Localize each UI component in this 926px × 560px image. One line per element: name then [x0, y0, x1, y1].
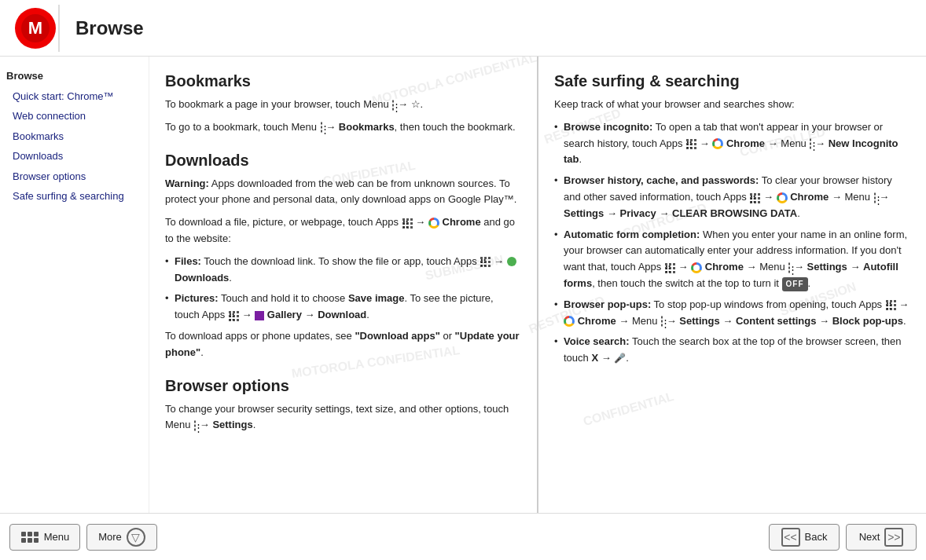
- back-label: Back: [805, 531, 828, 543]
- apps-icon: ⠿: [402, 218, 413, 229]
- toggle-off: OFF: [782, 277, 808, 291]
- chrome-icon4: [691, 262, 702, 273]
- downloads-bullet-files: Files: Touch the download link. To show …: [165, 254, 521, 287]
- more-button[interactable]: More ▽: [86, 524, 157, 551]
- svg-text:M: M: [28, 18, 42, 38]
- next-icon: >>: [884, 528, 903, 547]
- apps-icon3: ⠿: [228, 310, 239, 321]
- back-button[interactable]: << Back: [769, 524, 840, 551]
- sidebar-item-safe-surfing[interactable]: Safe surfing & searching: [0, 186, 149, 207]
- safe-surfing-bullet-incognito: Browse incognito: To open a tab that won…: [554, 119, 910, 168]
- main-area: Browse Quick start: Chrome™ Web connecti…: [0, 57, 926, 513]
- apps-icon4: ⠿: [685, 138, 696, 149]
- right-column: Safe surfing & searching Keep track of w…: [538, 57, 926, 513]
- bookmarks-title: Bookmarks: [165, 72, 521, 90]
- sidebar: Browse Quick start: Chrome™ Web connecti…: [0, 57, 149, 513]
- header: M Browse: [0, 0, 926, 57]
- page-title: Browse: [75, 17, 144, 39]
- chrome-icon: [428, 218, 439, 229]
- mic-icon: 🎤: [614, 351, 626, 366]
- next-button[interactable]: Next >>: [846, 524, 917, 551]
- more-label: More: [98, 531, 122, 543]
- chrome-icon3: [777, 192, 788, 203]
- menu-dots-icon3: ⋮: [193, 420, 197, 431]
- downloads-para1: To download a file, picture, or webpage,…: [165, 214, 521, 247]
- menu-dots-icon4: ⋮: [809, 138, 812, 149]
- gallery-icon: [255, 311, 264, 320]
- safe-surfing-bullet-history: Browser history, cache, and passwords: T…: [554, 173, 910, 221]
- bookmarks-para2: To go to a bookmark, touch Menu ⋮ → Book…: [165, 119, 521, 136]
- safe-surfing-intro: Keep track of what your browser and sear…: [554, 97, 910, 113]
- bookmarks-para1: To bookmark a page in your browser, touc…: [165, 97, 521, 113]
- menu-dots-icon5: ⋮: [873, 192, 876, 203]
- content-area: Bookmarks To bookmark a page in your bro…: [149, 57, 926, 513]
- downloads-title: Downloads: [165, 152, 521, 170]
- menu-dots-icon2: ⋮: [320, 122, 323, 133]
- motorola-logo: M: [15, 8, 56, 49]
- safe-surfing-bullet-voice: Voice search: Touch the search box at th…: [554, 334, 910, 367]
- apps-icon2: ⠿: [480, 256, 491, 267]
- menu-dots-icon: ⋮: [391, 100, 395, 111]
- more-circle-icon: ▽: [127, 528, 145, 547]
- sidebar-item-browser-options[interactable]: Browser options: [0, 167, 149, 187]
- browser-options-title: Browser options: [165, 377, 521, 395]
- downloads-para2: To download apps or phone updates, see "…: [165, 328, 521, 361]
- downloads-bullets: Files: Touch the download link. To show …: [165, 254, 521, 324]
- downloads-icon: [507, 257, 516, 266]
- menu-grid-icon: [21, 532, 39, 543]
- menu-dots-icon6: ⋮: [788, 262, 791, 273]
- chrome-icon5: [564, 316, 575, 327]
- footer: Menu More ▽ << Back Next >>: [0, 513, 926, 560]
- apps-icon6: ⠿: [664, 262, 675, 273]
- apps-icon5: ⠿: [749, 192, 760, 203]
- safe-surfing-bullets: Browse incognito: To open a tab that won…: [554, 119, 910, 367]
- sidebar-item-browse[interactable]: Browse: [0, 66, 149, 86]
- sidebar-item-web-connection[interactable]: Web connection: [0, 106, 149, 126]
- left-column: Bookmarks To bookmark a page in your bro…: [149, 57, 538, 513]
- next-label: Next: [859, 531, 880, 543]
- sidebar-item-bookmarks[interactable]: Bookmarks: [0, 126, 149, 147]
- apps-icon7: ⠿: [885, 299, 896, 310]
- safe-surfing-bullet-autofill: Automatic form completion: When you ente…: [554, 227, 910, 292]
- menu-label: Menu: [44, 531, 70, 543]
- downloads-warning: Warning: Apps downloaded from the web ca…: [165, 176, 521, 209]
- sidebar-item-downloads[interactable]: Downloads: [0, 146, 149, 167]
- grid-icon: [20, 528, 39, 547]
- star-icon: ☆: [411, 98, 421, 110]
- sidebar-item-quick-start[interactable]: Quick start: Chrome™: [0, 86, 149, 107]
- menu-button[interactable]: Menu: [9, 524, 80, 551]
- safe-surfing-bullet-popups: Browser pop-ups: To stop pop-up windows …: [554, 297, 910, 330]
- browser-options-para1: To change your browser security settings…: [165, 401, 521, 434]
- safe-surfing-title: Safe surfing & searching: [554, 72, 910, 90]
- logo: M: [13, 5, 60, 52]
- back-icon: <<: [781, 528, 800, 547]
- menu-dots-icon7: ⋮: [660, 316, 663, 327]
- downloads-bullet-pictures: Pictures: Touch and hold it to choose Sa…: [165, 291, 521, 324]
- chrome-icon2: [712, 138, 723, 149]
